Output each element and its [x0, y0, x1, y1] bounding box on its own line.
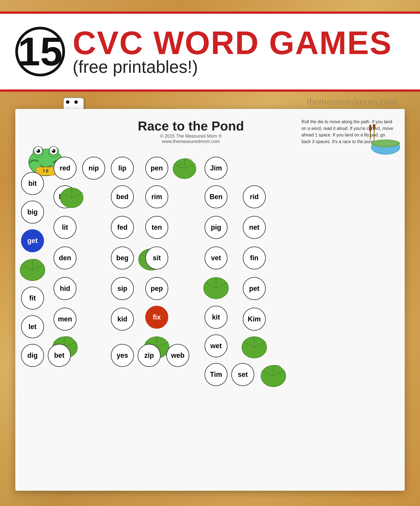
lily-pad-col6-end	[241, 334, 268, 359]
word-circle-yes: yes	[111, 344, 134, 367]
main-title: CVC WORD GAMES	[73, 27, 392, 59]
word-circle-vet: vet	[204, 246, 228, 269]
pond-illustration	[365, 124, 401, 155]
number: 15	[18, 32, 62, 72]
svg-text:ĭ ĕ: ĭ ĕ	[43, 168, 49, 174]
word-circle-bit: bit	[21, 172, 44, 195]
word-circle-wet: wet	[204, 334, 228, 357]
svg-point-12	[369, 125, 372, 132]
word-circle-ten: ten	[145, 216, 168, 239]
watermark: themeasuredmom.com	[307, 96, 397, 107]
word-circle-let: let	[21, 315, 44, 338]
word-circle-fed: fed	[111, 216, 134, 239]
subtitle: (free printables!)	[73, 57, 392, 77]
word-circle-bet: bet	[48, 344, 71, 367]
word-circle-Jim: Jim	[204, 157, 228, 180]
word-circle-sit: sit	[145, 246, 168, 269]
word-circle-kid: kid	[111, 308, 134, 331]
word-circle-nip: nip	[82, 157, 105, 180]
word-circle-pen: pen	[145, 157, 168, 180]
word-circle-kit: kit	[204, 306, 228, 329]
board-game-title: Race to the Pond	[80, 119, 301, 133]
word-circle-bed: bed	[111, 185, 134, 208]
website: www.themeasuredmom.com	[80, 139, 301, 144]
number-circle: 15	[15, 27, 65, 76]
word-circle-Tim: Tim	[204, 363, 228, 386]
word-circle-den: den	[54, 246, 76, 269]
word-circle-hid: hid	[54, 277, 76, 300]
word-circle-big: big	[21, 201, 44, 224]
lily-pad-final	[260, 363, 287, 388]
word-circle-sip: sip	[111, 277, 134, 300]
word-circle-fit: fit	[21, 287, 44, 310]
word-circle-set: set	[231, 363, 254, 386]
word-circle-net: net	[243, 216, 266, 239]
title-banner: 15 CVC WORD GAMES (free printables!)	[0, 12, 420, 92]
word-circle-dig: dig	[21, 344, 44, 367]
word-circle-red: red	[54, 157, 76, 180]
word-circle-get-blue: get	[21, 229, 44, 252]
dice-dot	[66, 100, 69, 104]
svg-point-4	[36, 149, 38, 151]
word-circle-rid: rid	[243, 185, 266, 208]
lily-pad-col5-2	[203, 275, 229, 300]
game-board: Race to the Pond © 2015 The Measured Mom…	[15, 109, 405, 491]
word-circle-beg: beg	[111, 246, 134, 269]
svg-point-8	[52, 149, 53, 151]
svg-point-17	[373, 140, 398, 146]
word-circle-zip: zip	[138, 344, 161, 367]
lily-pad-2	[59, 185, 84, 208]
word-circle-lit: lit	[54, 216, 76, 239]
title-block: CVC WORD GAMES (free printables!)	[73, 27, 392, 77]
svg-point-14	[373, 124, 375, 130]
word-circle-pep: pep	[145, 277, 168, 300]
board-header: Race to the Pond © 2015 The Measured Mom…	[27, 119, 393, 145]
copyright: © 2015 The Measured Mom ®	[80, 133, 301, 139]
dice-dot	[74, 100, 78, 104]
lily-pad-1	[172, 156, 197, 179]
board-title-block: Race to the Pond © 2015 The Measured Mom…	[80, 119, 301, 144]
word-circle-men: men	[54, 308, 76, 331]
lily-pad-col1	[19, 257, 46, 282]
word-circle-web: web	[166, 344, 189, 367]
word-circle-Kim: Kim	[243, 308, 266, 331]
word-circle-pet: pet	[243, 277, 266, 300]
word-circle-fin: fin	[243, 246, 266, 269]
word-circle-fix-red: fix	[145, 306, 168, 329]
word-circle-lip: lip	[111, 157, 134, 180]
word-circle-pig: pig	[204, 216, 228, 239]
word-circle-Ben: Ben	[204, 185, 228, 208]
word-circle-rim: rim	[145, 185, 168, 208]
